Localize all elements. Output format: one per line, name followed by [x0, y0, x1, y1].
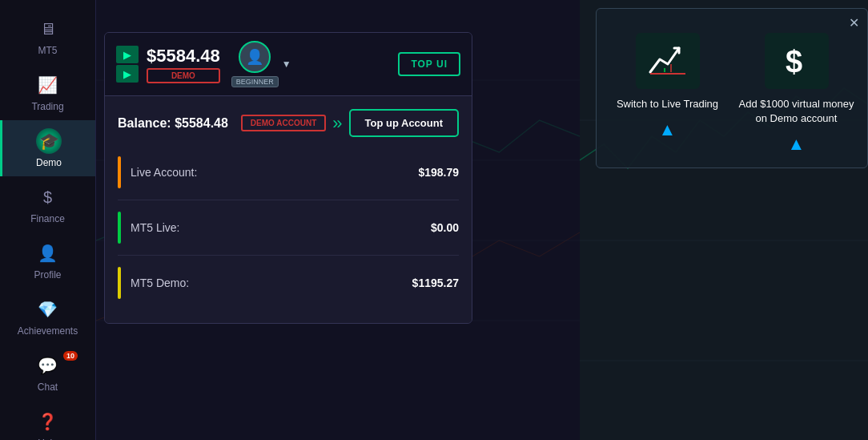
- svg-text:$: $: [786, 45, 802, 79]
- balance-row: Balance: $5584.48 DEMO ACCOUNT » Top up …: [118, 109, 459, 137]
- add-money-icon-wrap: $: [765, 33, 829, 89]
- switch-live-label: Switch to Live Trading: [617, 97, 718, 111]
- arrow-down-btn[interactable]: ▶: [116, 65, 139, 83]
- live-account-value: $198.79: [418, 166, 459, 179]
- arrow-up-btn[interactable]: ▶: [116, 46, 139, 63]
- sidebar-item-chat[interactable]: 💬 Chat 10: [0, 345, 95, 401]
- sidebar-label-mt5: MT5: [38, 45, 58, 56]
- mt5demo-value: $1195.27: [412, 277, 459, 289]
- dollar-icon: $: [776, 40, 818, 82]
- achievements-icon: 💎: [35, 297, 61, 322]
- top-up-button[interactable]: Top up Account: [349, 109, 459, 137]
- balance-actions: DEMO ACCOUNT » Top up Account: [241, 109, 459, 137]
- nav-arrows: ▶ ▶: [116, 46, 139, 83]
- mt5-icon: 🖥: [35, 16, 61, 42]
- sidebar-label-achievements: Achievements: [18, 325, 78, 337]
- main-content: ▶ ▶ $5584.48 DEMO 👤 BEGINNER ▼ TOP UI Ba…: [96, 0, 580, 440]
- help-icon: ❓: [35, 409, 61, 434]
- mt5live-account-row: MT5 Live: $0.00: [118, 200, 459, 256]
- mt5demo-account-row: MT5 Demo: $1195.27: [118, 256, 459, 310]
- switch-live-icon-wrap: [636, 33, 700, 89]
- live-account-row: Live Account: $198.79: [118, 145, 459, 200]
- profile-icon: 👤: [35, 240, 61, 266]
- demo-badge: DEMO: [147, 68, 220, 83]
- chat-icon: 💬: [35, 353, 61, 378]
- sidebar-label-trading: Trading: [31, 101, 63, 112]
- sidebar-item-help[interactable]: ❓ Help: [0, 401, 95, 440]
- right-arrows-icon: »: [332, 113, 342, 134]
- modal-options: Switch to Live Trading ▲ $ Add $1000 vir…: [609, 33, 854, 155]
- sidebar-item-mt5[interactable]: 🖥 MT5: [0, 8, 95, 64]
- balance-label: Balance: $5584.48: [118, 116, 228, 131]
- sidebar-item-finance[interactable]: $ Finance: [0, 176, 95, 232]
- avatar-dropdown-icon[interactable]: ▼: [282, 59, 291, 70]
- add-money-label: Add $1000 virtual money on Demo account: [738, 97, 854, 126]
- sidebar-label-profile: Profile: [34, 269, 61, 281]
- top-ui-button[interactable]: TOP UI: [398, 52, 460, 76]
- sidebar: 🖥 MT5 📈 Trading 🎓 Demo $ Finance 👤 Profi…: [0, 0, 96, 440]
- mt5live-indicator: [118, 212, 121, 244]
- live-indicator: [118, 156, 121, 188]
- sidebar-label-finance: Finance: [30, 213, 65, 224]
- switch-to-live-option[interactable]: Switch to Live Trading ▲: [609, 33, 725, 155]
- user-level-badge: BEGINNER: [231, 76, 279, 87]
- account-dropdown-panel: ▶ ▶ $5584.48 DEMO 👤 BEGINNER ▼ TOP UI Ba…: [104, 32, 472, 324]
- options-modal: ✕ Switch to Live Trading ▲: [596, 8, 868, 168]
- live-account-label: Live Account:: [131, 166, 408, 179]
- sidebar-label-chat: Chat: [38, 381, 58, 393]
- chat-badge: 10: [63, 351, 78, 361]
- trending-up-icon: [647, 40, 689, 82]
- sidebar-label-demo: Demo: [36, 157, 62, 168]
- sidebar-item-profile[interactable]: 👤 Profile: [0, 232, 95, 289]
- trading-icon: 📈: [35, 72, 61, 98]
- demo-icon: 🎓: [36, 128, 62, 154]
- right-panel: ✕ Switch to Live Trading ▲: [580, 0, 868, 440]
- avatar[interactable]: 👤: [239, 41, 271, 73]
- sidebar-item-trading[interactable]: 📈 Trading: [0, 64, 95, 120]
- avatar-area: 👤 BEGINNER ▼: [231, 41, 291, 87]
- close-modal-button[interactable]: ✕: [849, 15, 859, 30]
- mt5demo-indicator: [118, 267, 121, 299]
- mt5live-value: $0.00: [431, 221, 459, 234]
- sidebar-item-achievements[interactable]: 💎 Achievements: [0, 289, 95, 345]
- mt5live-label: MT5 Live:: [131, 221, 421, 234]
- sidebar-item-demo[interactable]: 🎓 Demo: [0, 120, 95, 176]
- demo-account-button[interactable]: DEMO ACCOUNT: [241, 115, 326, 131]
- add-money-arrow: ▲: [788, 134, 806, 155]
- dropdown-header: ▶ ▶ $5584.48 DEMO 👤 BEGINNER ▼ TOP UI: [105, 33, 472, 96]
- mt5demo-label: MT5 Demo:: [131, 277, 403, 289]
- dropdown-body: Balance: $5584.48 DEMO ACCOUNT » Top up …: [105, 96, 472, 323]
- switch-live-arrow: ▲: [659, 119, 677, 140]
- add-virtual-money-option[interactable]: $ Add $1000 virtual money on Demo accoun…: [738, 33, 854, 155]
- finance-icon: $: [35, 184, 61, 210]
- balance-info: $5584.48 DEMO: [147, 46, 220, 83]
- header-balance: $5584.48: [147, 46, 220, 67]
